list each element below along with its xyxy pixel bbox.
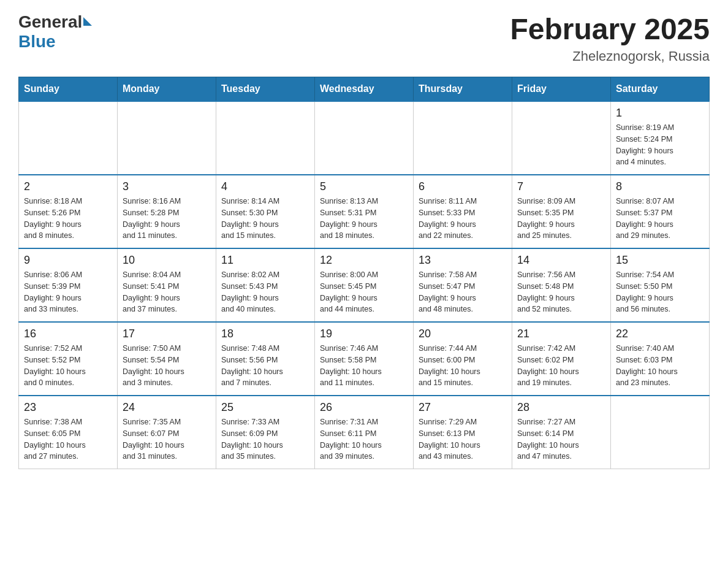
day-number: 24 [123, 401, 211, 414]
calendar-cell [118, 101, 216, 175]
calendar-cell: 17Sunrise: 7:50 AMSunset: 5:54 PMDayligh… [118, 322, 216, 396]
day-info: Sunrise: 8:07 AMSunset: 5:37 PMDaylight:… [616, 196, 704, 242]
weekday-header-saturday: Saturday [611, 77, 710, 102]
day-number: 16 [24, 327, 112, 340]
day-number: 19 [320, 327, 408, 340]
day-number: 13 [419, 254, 507, 267]
logo-blue-text: Blue [18, 32, 56, 51]
day-number: 17 [123, 327, 211, 340]
weekday-header-sunday: Sunday [19, 77, 118, 102]
day-info: Sunrise: 7:38 AMSunset: 6:05 PMDaylight:… [24, 416, 112, 462]
calendar-week-row: 16Sunrise: 7:52 AMSunset: 5:52 PMDayligh… [19, 322, 710, 396]
calendar-cell [414, 101, 512, 175]
day-number: 2 [24, 180, 112, 193]
weekday-header-wednesday: Wednesday [315, 77, 414, 102]
calendar-cell: 15Sunrise: 7:54 AMSunset: 5:50 PMDayligh… [611, 248, 710, 322]
calendar-cell: 9Sunrise: 8:06 AMSunset: 5:39 PMDaylight… [19, 248, 118, 322]
logo-triangle-icon [83, 17, 92, 26]
day-info: Sunrise: 7:33 AMSunset: 6:09 PMDaylight:… [221, 416, 309, 462]
calendar-cell: 21Sunrise: 7:42 AMSunset: 6:02 PMDayligh… [512, 322, 611, 396]
calendar-cell: 27Sunrise: 7:29 AMSunset: 6:13 PMDayligh… [414, 396, 512, 469]
calendar-cell: 25Sunrise: 7:33 AMSunset: 6:09 PMDayligh… [216, 396, 315, 469]
day-info: Sunrise: 8:02 AMSunset: 5:43 PMDaylight:… [221, 269, 309, 315]
calendar-header: SundayMondayTuesdayWednesdayThursdayFrid… [19, 77, 710, 102]
day-number: 7 [517, 180, 605, 193]
calendar-cell: 28Sunrise: 7:27 AMSunset: 6:14 PMDayligh… [512, 396, 611, 469]
calendar-body: 1Sunrise: 8:19 AMSunset: 5:24 PMDaylight… [19, 101, 710, 469]
day-number: 9 [24, 254, 112, 267]
calendar-cell: 10Sunrise: 8:04 AMSunset: 5:41 PMDayligh… [118, 248, 216, 322]
day-info: Sunrise: 8:13 AMSunset: 5:31 PMDaylight:… [320, 196, 408, 242]
calendar-cell: 23Sunrise: 7:38 AMSunset: 6:05 PMDayligh… [19, 396, 118, 469]
day-info: Sunrise: 7:31 AMSunset: 6:11 PMDaylight:… [320, 416, 408, 462]
day-number: 18 [221, 327, 309, 340]
day-info: Sunrise: 8:11 AMSunset: 5:33 PMDaylight:… [419, 196, 507, 242]
day-info: Sunrise: 7:54 AMSunset: 5:50 PMDaylight:… [616, 269, 704, 315]
day-info: Sunrise: 7:50 AMSunset: 5:54 PMDaylight:… [123, 343, 211, 389]
calendar-cell: 4Sunrise: 8:14 AMSunset: 5:30 PMDaylight… [216, 175, 315, 248]
day-number: 28 [517, 401, 605, 414]
calendar-cell [19, 101, 118, 175]
day-number: 5 [320, 180, 408, 193]
day-number: 15 [616, 254, 704, 267]
day-info: Sunrise: 7:52 AMSunset: 5:52 PMDaylight:… [24, 343, 112, 389]
day-number: 23 [24, 401, 112, 414]
day-number: 20 [419, 327, 507, 340]
day-info: Sunrise: 8:18 AMSunset: 5:26 PMDaylight:… [24, 196, 112, 242]
day-info: Sunrise: 7:56 AMSunset: 5:48 PMDaylight:… [517, 269, 605, 315]
day-number: 22 [616, 327, 704, 340]
day-info: Sunrise: 8:00 AMSunset: 5:45 PMDaylight:… [320, 269, 408, 315]
calendar-cell [611, 396, 710, 469]
day-number: 4 [221, 180, 309, 193]
month-title: February 2025 [510, 12, 710, 46]
calendar-cell: 22Sunrise: 7:40 AMSunset: 6:03 PMDayligh… [611, 322, 710, 396]
day-info: Sunrise: 7:58 AMSunset: 5:47 PMDaylight:… [419, 269, 507, 315]
calendar-cell: 11Sunrise: 8:02 AMSunset: 5:43 PMDayligh… [216, 248, 315, 322]
calendar-table: SundayMondayTuesdayWednesdayThursdayFrid… [18, 77, 710, 469]
day-info: Sunrise: 8:09 AMSunset: 5:35 PMDaylight:… [517, 196, 605, 242]
calendar-cell: 1Sunrise: 8:19 AMSunset: 5:24 PMDaylight… [611, 101, 710, 175]
day-info: Sunrise: 8:06 AMSunset: 5:39 PMDaylight:… [24, 269, 112, 315]
calendar-week-row: 1Sunrise: 8:19 AMSunset: 5:24 PMDaylight… [19, 101, 710, 175]
day-number: 27 [419, 401, 507, 414]
calendar-cell [512, 101, 611, 175]
day-number: 11 [221, 254, 309, 267]
calendar-cell: 26Sunrise: 7:31 AMSunset: 6:11 PMDayligh… [315, 396, 414, 469]
calendar-cell: 24Sunrise: 7:35 AMSunset: 6:07 PMDayligh… [118, 396, 216, 469]
title-area: February 2025 Zheleznogorsk, Russia [510, 12, 710, 64]
weekday-header-monday: Monday [118, 77, 216, 102]
calendar-week-row: 23Sunrise: 7:38 AMSunset: 6:05 PMDayligh… [19, 396, 710, 469]
logo: General Blue [18, 12, 92, 52]
page-header: General Blue February 2025 Zheleznogorsk… [18, 12, 710, 64]
day-number: 3 [123, 180, 211, 193]
calendar-week-row: 2Sunrise: 8:18 AMSunset: 5:26 PMDaylight… [19, 175, 710, 248]
day-info: Sunrise: 7:48 AMSunset: 5:56 PMDaylight:… [221, 343, 309, 389]
day-info: Sunrise: 7:27 AMSunset: 6:14 PMDaylight:… [517, 416, 605, 462]
day-info: Sunrise: 7:42 AMSunset: 6:02 PMDaylight:… [517, 343, 605, 389]
weekday-header-tuesday: Tuesday [216, 77, 315, 102]
day-number: 10 [123, 254, 211, 267]
logo-general-text: General [18, 12, 82, 32]
calendar-cell: 5Sunrise: 8:13 AMSunset: 5:31 PMDaylight… [315, 175, 414, 248]
calendar-cell: 12Sunrise: 8:00 AMSunset: 5:45 PMDayligh… [315, 248, 414, 322]
weekday-header-row: SundayMondayTuesdayWednesdayThursdayFrid… [19, 77, 710, 102]
calendar-week-row: 9Sunrise: 8:06 AMSunset: 5:39 PMDaylight… [19, 248, 710, 322]
day-info: Sunrise: 8:04 AMSunset: 5:41 PMDaylight:… [123, 269, 211, 315]
calendar-cell: 7Sunrise: 8:09 AMSunset: 5:35 PMDaylight… [512, 175, 611, 248]
day-info: Sunrise: 8:16 AMSunset: 5:28 PMDaylight:… [123, 196, 211, 242]
day-info: Sunrise: 7:29 AMSunset: 6:13 PMDaylight:… [419, 416, 507, 462]
day-number: 26 [320, 401, 408, 414]
calendar-cell: 6Sunrise: 8:11 AMSunset: 5:33 PMDaylight… [414, 175, 512, 248]
day-info: Sunrise: 7:35 AMSunset: 6:07 PMDaylight:… [123, 416, 211, 462]
calendar-cell [315, 101, 414, 175]
calendar-cell: 18Sunrise: 7:48 AMSunset: 5:56 PMDayligh… [216, 322, 315, 396]
location-title: Zheleznogorsk, Russia [510, 48, 710, 64]
day-info: Sunrise: 7:46 AMSunset: 5:58 PMDaylight:… [320, 343, 408, 389]
day-info: Sunrise: 8:19 AMSunset: 5:24 PMDaylight:… [616, 122, 704, 168]
calendar-cell: 19Sunrise: 7:46 AMSunset: 5:58 PMDayligh… [315, 322, 414, 396]
day-number: 1 [616, 107, 704, 120]
day-number: 14 [517, 254, 605, 267]
calendar-cell [216, 101, 315, 175]
calendar-cell: 14Sunrise: 7:56 AMSunset: 5:48 PMDayligh… [512, 248, 611, 322]
day-info: Sunrise: 7:40 AMSunset: 6:03 PMDaylight:… [616, 343, 704, 389]
